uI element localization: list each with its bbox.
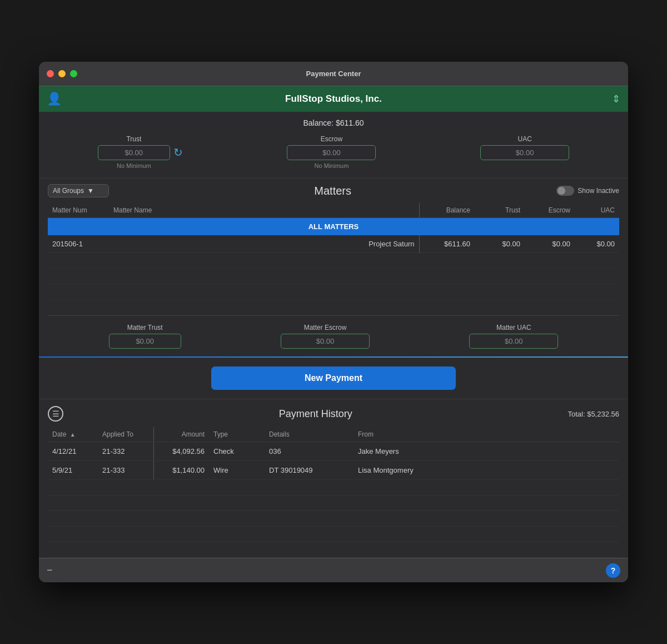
matter-escrow: $0.00	[525, 235, 575, 253]
escrow-label: Escrow	[321, 135, 342, 143]
user-icon[interactable]: 👤	[47, 92, 62, 106]
balance-fields: Trust No Minimum ↻ Escrow No Minimum UAC	[50, 135, 617, 169]
escrow-input[interactable]	[287, 145, 376, 160]
show-inactive-group: Show Inactive	[556, 186, 619, 196]
empty-history-row	[48, 511, 619, 527]
client-dropdown-icon[interactable]: ⇕	[612, 93, 620, 105]
history-amount: $1,140.00	[153, 461, 209, 480]
refresh-icon[interactable]: ↻	[173, 146, 183, 159]
history-header: ☰ Payment History Total: $5,232.56	[48, 406, 619, 422]
col-uac[interactable]: UAC	[575, 203, 619, 218]
col-escrow[interactable]: Escrow	[525, 203, 575, 218]
history-total: Total: $5,232.56	[568, 410, 619, 418]
matter-trust: $0.00	[475, 235, 525, 253]
groups-dropdown-chevron: ▼	[87, 187, 94, 195]
col-details[interactable]: Details	[265, 427, 354, 442]
close-button[interactable]	[47, 70, 54, 77]
matter-num: 201506-1	[48, 235, 109, 253]
history-details: DT 39019049	[265, 461, 354, 480]
matter-escrow-group: Matter Escrow	[281, 324, 370, 349]
history-applied-to: 21-332	[98, 442, 153, 461]
matter-uac: $0.00	[575, 235, 619, 253]
col-matter-name[interactable]: Matter Name	[109, 203, 419, 218]
matter-uac-input[interactable]	[469, 334, 558, 349]
toggle-knob	[558, 187, 565, 195]
col-type[interactable]: Type	[209, 427, 265, 442]
payment-history-title: Payment History	[279, 408, 352, 420]
history-type: Check	[209, 442, 265, 461]
col-trust[interactable]: Trust	[475, 203, 525, 218]
title-bar: Payment Center	[39, 62, 628, 86]
history-applied-to: 21-333	[98, 461, 153, 480]
history-from: Jake Meyers	[354, 442, 619, 461]
trust-group: Trust No Minimum ↻	[98, 135, 183, 169]
col-from[interactable]: From	[354, 427, 619, 442]
empty-history-row	[48, 496, 619, 511]
col-amount[interactable]: Amount	[153, 427, 209, 442]
new-payment-section: New Payment	[39, 358, 628, 399]
col-applied-to[interactable]: Applied To	[98, 427, 153, 442]
table-row[interactable]: 4/12/21 21-332 $4,092.56 Check 036 Jake …	[48, 442, 619, 461]
empty-row-3	[48, 284, 619, 300]
empty-row-4	[48, 300, 619, 315]
history-date: 4/12/21	[48, 442, 98, 461]
escrow-group: Escrow No Minimum	[287, 135, 376, 169]
payment-history-section: ☰ Payment History Total: $5,232.56 Date …	[39, 399, 628, 558]
history-date: 5/9/21	[48, 461, 98, 480]
bottom-bar: − ?	[39, 558, 628, 582]
balance-total: Balance: $611.60	[50, 118, 617, 127]
groups-dropdown-label: All Groups	[53, 187, 84, 195]
new-payment-button[interactable]: New Payment	[211, 366, 456, 390]
col-date[interactable]: Date ▲	[48, 427, 98, 442]
matter-escrow-input[interactable]	[281, 334, 370, 349]
groups-dropdown[interactable]: All Groups ▼	[48, 184, 109, 197]
client-name: FullStop Studios, Inc.	[285, 93, 382, 105]
empty-row-1	[48, 253, 619, 269]
all-matters-label: ALL MATTERS	[48, 218, 619, 236]
minimize-button[interactable]	[58, 70, 66, 77]
fullscreen-button[interactable]	[70, 70, 77, 77]
trust-minimum: No Minimum	[117, 162, 151, 169]
table-row[interactable]: 5/9/21 21-333 $1,140.00 Wire DT 39019049…	[48, 461, 619, 480]
history-table: Date ▲ Applied To Amount Type Details Fr…	[48, 427, 619, 558]
traffic-lights	[47, 70, 77, 77]
matter-trust-group: Matter Trust	[109, 324, 181, 349]
matter-balance: $611.60	[419, 235, 475, 253]
all-matters-row[interactable]: ALL MATTERS	[48, 218, 619, 236]
matter-uac-label: Matter UAC	[496, 324, 531, 331]
help-button[interactable]: ?	[606, 563, 620, 578]
remove-button[interactable]: −	[47, 564, 53, 576]
matter-escrow-label: Matter Escrow	[304, 324, 347, 331]
matters-table: Matter Num Matter Name Balance Trust Esc…	[48, 203, 619, 315]
sort-arrow-icon: ▲	[70, 432, 76, 438]
history-from: Lisa Montgomery	[354, 461, 619, 480]
filter-icon[interactable]: ☰	[48, 406, 63, 422]
empty-history-row	[48, 527, 619, 542]
show-inactive-toggle[interactable]	[556, 186, 574, 196]
balance-amount: $611.60	[336, 118, 364, 127]
trust-input[interactable]	[98, 145, 170, 160]
balance-section: Balance: $611.60 Trust No Minimum ↻ Escr…	[39, 112, 628, 179]
history-total-amount: $5,232.56	[587, 410, 619, 418]
empty-row-2	[48, 269, 619, 284]
uac-input[interactable]	[480, 145, 569, 160]
empty-history-row	[48, 542, 619, 558]
matters-title: Matters	[314, 185, 351, 197]
history-type: Wire	[209, 461, 265, 480]
matter-bottom-fields: Matter Trust Matter Escrow Matter UAC	[48, 315, 619, 356]
show-inactive-label: Show Inactive	[578, 187, 619, 195]
window-title: Payment Center	[306, 70, 361, 78]
table-row[interactable]: 201506-1 Project Saturn $611.60 $0.00 $0…	[48, 235, 619, 253]
main-window: Payment Center 👤 FullStop Studios, Inc. …	[39, 62, 628, 582]
history-details: 036	[265, 442, 354, 461]
uac-group: UAC	[480, 135, 569, 160]
matter-trust-input[interactable]	[109, 334, 181, 349]
escrow-minimum: No Minimum	[315, 162, 349, 169]
matter-trust-label: Matter Trust	[127, 324, 163, 331]
matter-uac-group: Matter UAC	[469, 324, 558, 349]
matter-name: Project Saturn	[109, 235, 419, 253]
col-matter-num[interactable]: Matter Num	[48, 203, 109, 218]
col-balance[interactable]: Balance	[419, 203, 475, 218]
matters-header: All Groups ▼ Matters Show Inactive	[48, 184, 619, 197]
empty-history-row	[48, 480, 619, 496]
